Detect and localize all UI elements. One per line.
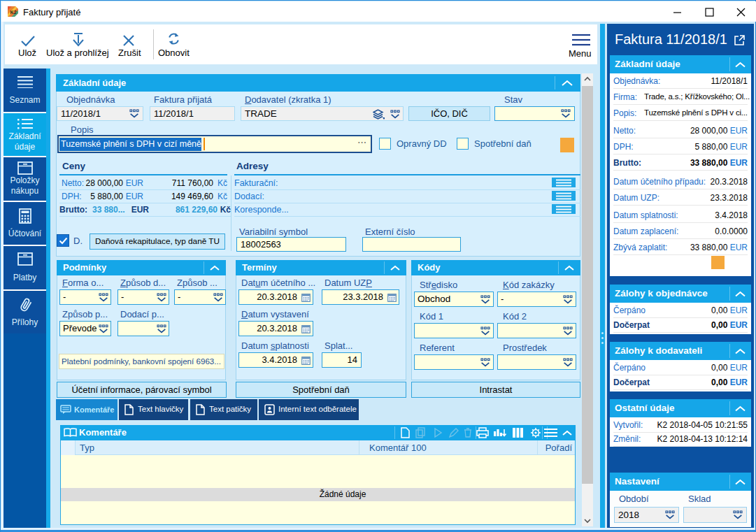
- svg-text:K2: K2: [10, 10, 17, 15]
